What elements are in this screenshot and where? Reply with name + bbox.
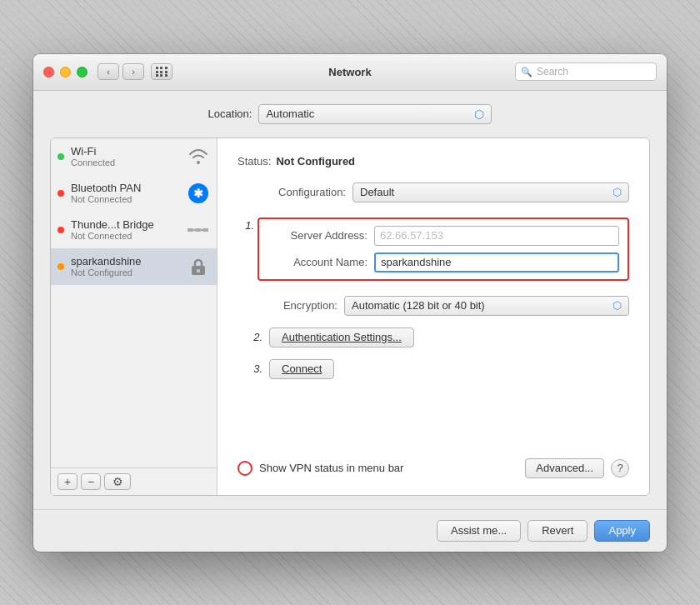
thunderbolt-status: Not Connected [71, 231, 180, 241]
server-address-label: Server Address: [268, 229, 368, 242]
vpn-fields: Server Address: Account Name: [258, 218, 629, 281]
account-name-label: Account Name: [268, 256, 368, 268]
bluetooth-name: Bluetooth PAN [71, 182, 180, 194]
thunderbolt-info: Thunde...t Bridge Not Connected [71, 218, 180, 241]
sparkandshine-status: Not Configured [71, 268, 180, 278]
sparkandshine-info: sparkandshine Not Configured [71, 255, 180, 278]
configuration-row: Configuration: Default ⬡ [238, 182, 629, 202]
apply-button[interactable]: Apply [594, 520, 650, 542]
wifi-status-dot [58, 153, 64, 160]
remove-interface-button[interactable]: − [81, 473, 101, 490]
step1-label: 1. [238, 219, 254, 232]
close-button[interactable] [43, 67, 54, 78]
location-label: Location: [208, 108, 252, 120]
encryption-label: Encryption: [238, 299, 338, 312]
connect-button[interactable]: Connect [269, 359, 334, 379]
svg-rect-6 [197, 269, 200, 272]
location-row: Location: Automatic ⬡ [50, 104, 650, 124]
traffic-lights [43, 67, 88, 78]
assist-me-button[interactable]: Assist me... [437, 520, 521, 542]
step1-section: 1. Server Address: Account Name: [238, 214, 629, 284]
vpn-status-row: Show VPN status in menu bar Advanced... … [238, 458, 629, 478]
sidebar-item-thunderbolt[interactable]: Thunde...t Bridge Not Connected [51, 212, 217, 248]
vpn-status-label: Show VPN status in menu bar [259, 462, 518, 474]
config-arrow-icon: ⬡ [612, 186, 622, 198]
status-label: Status: [238, 155, 271, 168]
help-button[interactable]: ? [611, 459, 629, 478]
encryption-value: Automatic (128 bit or 40 bit) [352, 299, 485, 312]
grid-button[interactable] [151, 63, 172, 80]
add-interface-button[interactable]: + [58, 473, 78, 490]
content-area: Location: Automatic ⬡ Wi-Fi Connected [33, 91, 667, 509]
sidebar-item-sparkandshine[interactable]: sparkandshine Not Configured [51, 248, 217, 285]
status-row: Status: Not Configured [238, 155, 629, 168]
window-title: Network [328, 66, 371, 78]
search-bar[interactable]: 🔍 Search [515, 62, 657, 81]
titlebar: ‹ › Network 🔍 Search [33, 54, 667, 91]
search-placeholder: Search [537, 66, 568, 78]
advanced-button[interactable]: Advanced... [525, 458, 604, 478]
location-value: Automatic [266, 108, 314, 120]
thunderbolt-status-dot [58, 227, 64, 233]
bridge-icon [187, 218, 210, 242]
nav-buttons: ‹ › [98, 63, 144, 80]
svg-rect-2 [202, 228, 208, 232]
bluetooth-status-dot [58, 190, 64, 197]
lock-icon [187, 255, 210, 278]
sidebar-item-bluetooth[interactable]: Bluetooth PAN Not Connected ✱ [51, 175, 217, 212]
sidebar-item-wifi[interactable]: Wi-Fi Connected [51, 138, 217, 175]
search-icon: 🔍 [521, 67, 532, 78]
encryption-arrow-icon: ⬡ [612, 299, 622, 312]
account-name-input[interactable] [374, 252, 619, 272]
forward-button[interactable]: › [122, 63, 144, 80]
minimize-button[interactable] [60, 67, 71, 78]
server-address-input[interactable] [374, 226, 619, 246]
back-button[interactable]: ‹ [98, 63, 119, 80]
right-panel: Status: Not Configured Configuration: De… [218, 138, 649, 495]
wifi-info: Wi-Fi Connected [71, 145, 180, 168]
bluetooth-status: Not Connected [71, 194, 180, 204]
svg-rect-0 [188, 228, 193, 232]
gear-menu-button[interactable]: ⚙ [104, 473, 131, 490]
sidebar-footer: + − ⚙ [51, 468, 217, 495]
main-panel: Wi-Fi Connected [50, 138, 650, 496]
account-name-row: Account Name: [268, 252, 619, 272]
location-select[interactable]: Automatic ⬡ [258, 104, 492, 124]
server-address-row: Server Address: [268, 226, 619, 246]
wifi-icon [187, 145, 210, 168]
sparkandshine-name: sparkandshine [71, 255, 180, 268]
revert-button[interactable]: Revert [528, 520, 588, 542]
encryption-select[interactable]: Automatic (128 bit or 40 bit) ⬡ [344, 296, 629, 316]
configuration-value: Default [360, 186, 394, 198]
configuration-select[interactable]: Default ⬡ [352, 182, 629, 202]
svg-rect-1 [195, 228, 201, 232]
sidebar-list: Wi-Fi Connected [51, 138, 217, 468]
thunderbolt-name: Thunde...t Bridge [71, 218, 180, 231]
encryption-row: Encryption: Automatic (128 bit or 40 bit… [238, 296, 629, 316]
step2-label: 2. [246, 331, 262, 343]
auth-settings-button[interactable]: Authentication Settings... [269, 328, 414, 348]
window-footer: Assist me... Revert Apply [33, 509, 667, 552]
connect-row: 3. Connect [246, 359, 629, 379]
wifi-name: Wi-Fi [71, 145, 180, 158]
sparkandshine-status-dot [58, 263, 64, 270]
network-window: ‹ › Network 🔍 Search Location: Automatic… [33, 54, 667, 552]
step3-label: 3. [246, 362, 262, 375]
configuration-label: Configuration: [238, 186, 346, 198]
bluetooth-icon: ✱ [187, 182, 210, 205]
sidebar: Wi-Fi Connected [51, 138, 218, 495]
vpn-status-checkbox[interactable] [238, 461, 252, 476]
wifi-status: Connected [71, 158, 180, 168]
bluetooth-info: Bluetooth PAN Not Connected [71, 182, 180, 204]
location-arrow-icon: ⬡ [474, 108, 484, 121]
maximize-button[interactable] [77, 67, 88, 78]
auth-settings-row: 2. Authentication Settings... [246, 328, 629, 348]
status-value: Not Configured [276, 155, 355, 168]
